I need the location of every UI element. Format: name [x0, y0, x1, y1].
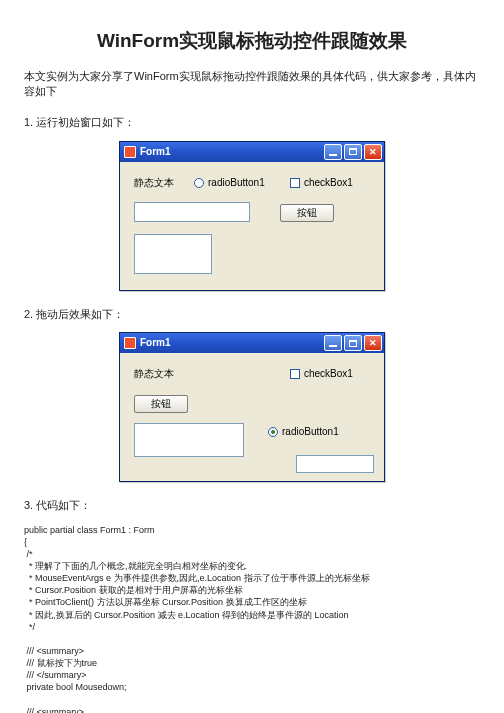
textbox-1[interactable]	[134, 423, 244, 457]
static-label: 静态文本	[134, 176, 174, 190]
checkbox[interactable]: checkBox1	[290, 367, 353, 381]
radio-label: radioButton1	[208, 176, 265, 190]
button[interactable]: 按钮	[280, 204, 334, 222]
close-button[interactable]	[364, 335, 382, 351]
radio-dot-icon	[194, 178, 204, 188]
app-icon	[124, 337, 136, 349]
radio-dot-icon	[268, 427, 278, 437]
checkbox-label: checkBox1	[304, 176, 353, 190]
checkbox[interactable]: checkBox1	[290, 176, 353, 190]
page-title: WinForm实现鼠标拖动控件跟随效果	[24, 28, 480, 55]
section-label-2: 2. 拖动后效果如下：	[24, 307, 480, 322]
window-before: Form1 静态文本 radioButton1 checkBox1 按钮	[119, 141, 385, 291]
static-label: 静态文本	[134, 367, 174, 381]
section-label-1: 1. 运行初始窗口如下：	[24, 115, 480, 130]
maximize-button[interactable]	[344, 335, 362, 351]
close-button[interactable]	[364, 144, 382, 160]
radio-button[interactable]: radioButton1	[194, 176, 265, 190]
intro-text: 本文实例为大家分享了WinForm实现鼠标拖动控件跟随效果的具体代码，供大家参考…	[24, 69, 480, 100]
checkbox-label: checkBox1	[304, 367, 353, 381]
radio-label: radioButton1	[282, 425, 339, 439]
section-label-3: 3. 代码如下：	[24, 498, 480, 513]
button[interactable]: 按钮	[134, 395, 188, 413]
checkbox-box-icon	[290, 369, 300, 379]
window-title: Form1	[140, 145, 322, 159]
minimize-button[interactable]	[324, 335, 342, 351]
minimize-button[interactable]	[324, 144, 342, 160]
maximize-button[interactable]	[344, 144, 362, 160]
app-icon	[124, 146, 136, 158]
textbox-1[interactable]	[134, 202, 250, 222]
window-title: Form1	[140, 336, 322, 350]
checkbox-box-icon	[290, 178, 300, 188]
window-after: Form1 静态文本 checkBox1 按钮 radioButton1	[119, 332, 385, 482]
textbox-2[interactable]	[296, 455, 374, 473]
textbox-2[interactable]	[134, 234, 212, 274]
titlebar[interactable]: Form1	[120, 333, 384, 353]
code-block: public partial class Form1 : Form { /* *…	[24, 524, 480, 713]
titlebar[interactable]: Form1	[120, 142, 384, 162]
radio-button[interactable]: radioButton1	[268, 425, 339, 439]
